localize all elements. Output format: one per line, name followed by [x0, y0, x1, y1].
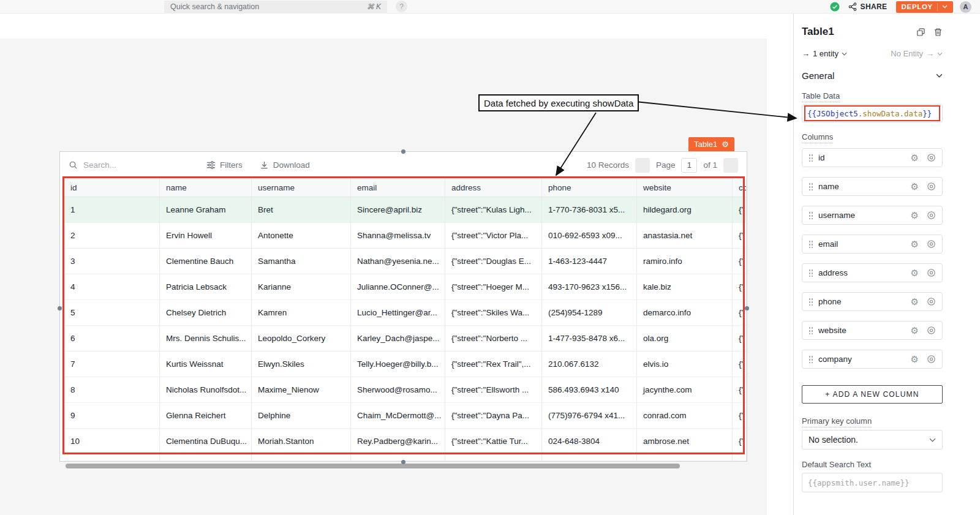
filters-button[interactable]: Filters	[206, 160, 243, 170]
column-header-co[interactable]: co	[733, 178, 747, 197]
data-table: idnameusernameemailaddressphonewebsiteco…	[64, 178, 747, 461]
general-section-header[interactable]: General	[802, 70, 943, 81]
annotation-label: Data fetched by executing showData	[484, 98, 633, 108]
table-row[interactable]: 1Leanne GrahamBretSincere@april.biz{"str…	[64, 197, 747, 223]
eye-icon[interactable]	[927, 297, 936, 306]
share-icon	[848, 2, 857, 11]
gear-icon[interactable]: ⚙	[911, 211, 919, 220]
table-data-input[interactable]: {{JSObject5.showData.data}}	[802, 104, 943, 122]
outgoing-entities-dropdown[interactable]: No Entity →	[891, 49, 943, 58]
download-button[interactable]: Download	[260, 160, 310, 170]
column-header-email[interactable]: email	[351, 178, 445, 197]
page-number-input[interactable]	[681, 158, 697, 173]
primary-key-select[interactable]: No selection.	[802, 430, 943, 449]
cell: {"street":"Kattie Tur...	[445, 429, 542, 454]
cell: Chaim_McDermott@...	[351, 403, 445, 429]
chevron-down-icon[interactable]	[942, 5, 948, 9]
drag-handle-icon[interactable]	[809, 211, 813, 219]
table-row[interactable]: 4Patricia LebsackKarianneJulianne.OConne…	[64, 274, 747, 300]
resize-handle-bottom[interactable]	[401, 460, 405, 464]
table-row[interactable]: 10Clementina DuBuqu...Moriah.StantonRey.…	[64, 429, 747, 454]
column-card-id: id⚙	[802, 148, 943, 167]
eye-icon[interactable]	[927, 239, 936, 249]
table-search-input[interactable]	[83, 160, 175, 170]
cell: anastasia.net	[637, 223, 733, 249]
table-widget[interactable]: Filters Download 10 Records Page of 1 id…	[59, 151, 747, 462]
quick-search-box[interactable]: ⌘ K	[164, 1, 387, 13]
table-search-box[interactable]	[69, 160, 206, 170]
table-row[interactable]: 6Mrs. Dennis Schulis...Leopoldo_CorkeryK…	[64, 326, 747, 351]
eye-icon[interactable]	[927, 211, 936, 220]
gear-icon[interactable]: ⚙	[911, 239, 919, 249]
drag-handle-icon[interactable]	[809, 154, 813, 162]
column-header-phone[interactable]: phone	[542, 178, 637, 197]
table-data-code[interactable]: {{JSObject5.showData.data}}	[804, 105, 940, 121]
table-toolbar: Filters Download 10 Records Page of 1	[60, 152, 747, 178]
widget-name-badge[interactable]: Table1 ⚙	[688, 137, 734, 151]
share-button[interactable]: SHARE	[848, 2, 887, 11]
table-row[interactable]: 9Glenna ReichertDelphineChaim_McDermott@…	[64, 403, 747, 429]
eye-icon[interactable]	[927, 326, 936, 335]
eye-icon[interactable]	[927, 153, 936, 162]
eye-icon[interactable]	[927, 182, 936, 191]
eye-icon[interactable]	[927, 268, 936, 277]
eye-icon[interactable]	[927, 355, 936, 364]
next-page-button[interactable]	[723, 158, 738, 173]
avatar[interactable]: A	[960, 1, 971, 13]
prev-page-button[interactable]	[635, 158, 650, 173]
resize-handle-left[interactable]	[58, 306, 62, 310]
widget-settings-icon[interactable]: ⚙	[722, 140, 729, 148]
table-body: 1Leanne GrahamBretSincere@april.biz{"str…	[64, 197, 747, 454]
column-card-phone: phone⚙	[802, 292, 943, 311]
gear-icon[interactable]: ⚙	[911, 355, 919, 364]
cell: Delphine	[252, 403, 351, 429]
column-header-username[interactable]: username	[252, 178, 351, 197]
widget-title: Table1	[802, 26, 834, 38]
table-row[interactable]: 3Clementine BauchSamanthaNathan@yesenia.…	[64, 249, 747, 274]
incoming-entities-dropdown[interactable]: → 1 entity	[802, 49, 847, 58]
cell	[64, 454, 160, 461]
column-name: phone	[818, 297, 842, 306]
cell: (254)954-1289	[542, 300, 637, 326]
drag-handle-icon[interactable]	[809, 355, 813, 363]
deploy-button[interactable]: DEPLOY	[896, 1, 954, 13]
cell: {"	[733, 300, 747, 326]
column-header-address[interactable]: address	[445, 178, 542, 197]
add-new-column-button[interactable]: + ADD A NEW COLUMN	[802, 385, 943, 404]
column-header-name[interactable]: name	[160, 178, 252, 197]
resize-handle-top[interactable]	[401, 149, 405, 154]
quick-search-input[interactable]	[170, 2, 367, 11]
cell: hildegard.org	[637, 197, 733, 223]
cell: Maxime_Nienow	[252, 377, 351, 403]
gear-icon[interactable]: ⚙	[911, 326, 919, 335]
default-search-input[interactable]	[802, 473, 943, 492]
cell: Rey.Padberg@karin...	[351, 429, 445, 454]
cell: 2	[64, 223, 160, 249]
resize-handle-right[interactable]	[745, 306, 749, 310]
drag-handle-icon[interactable]	[809, 182, 813, 190]
gear-icon[interactable]: ⚙	[911, 297, 919, 306]
horizontal-scrollbar[interactable]	[66, 464, 680, 468]
column-card-actions: ⚙	[911, 211, 936, 220]
deploy-label: DEPLOY	[902, 3, 933, 10]
gear-icon[interactable]: ⚙	[911, 153, 919, 162]
drag-handle-icon[interactable]	[809, 326, 813, 334]
drag-handle-icon[interactable]	[809, 240, 813, 248]
table-row[interactable]: 8Nicholas Runolfsdot...Maxime_NienowSher…	[64, 377, 747, 403]
table-row[interactable]: 7Kurtis WeissnatElwyn.SkilesTelly.Hoeger…	[64, 351, 747, 377]
column-card-actions: ⚙	[911, 355, 936, 364]
property-pane: Table1 → 1 entity No Entity	[793, 13, 980, 515]
copy-widget-icon[interactable]	[916, 28, 925, 37]
table-row[interactable]: 2Ervin HowellAntonetteShanna@melissa.tv{…	[64, 223, 747, 249]
column-card-actions: ⚙	[911, 153, 936, 162]
drag-handle-icon[interactable]	[809, 269, 813, 277]
cell: {"	[733, 429, 747, 454]
gear-icon[interactable]: ⚙	[911, 268, 919, 277]
delete-widget-icon[interactable]	[933, 28, 943, 37]
column-header-id[interactable]: id	[64, 178, 160, 197]
help-icon[interactable]: ?	[396, 1, 407, 12]
table-row[interactable]: 5Chelsey DietrichKamrenLucio_Hettinger@a…	[64, 300, 747, 326]
drag-handle-icon[interactable]	[809, 298, 813, 306]
column-header-website[interactable]: website	[637, 178, 733, 197]
gear-icon[interactable]: ⚙	[911, 182, 919, 191]
